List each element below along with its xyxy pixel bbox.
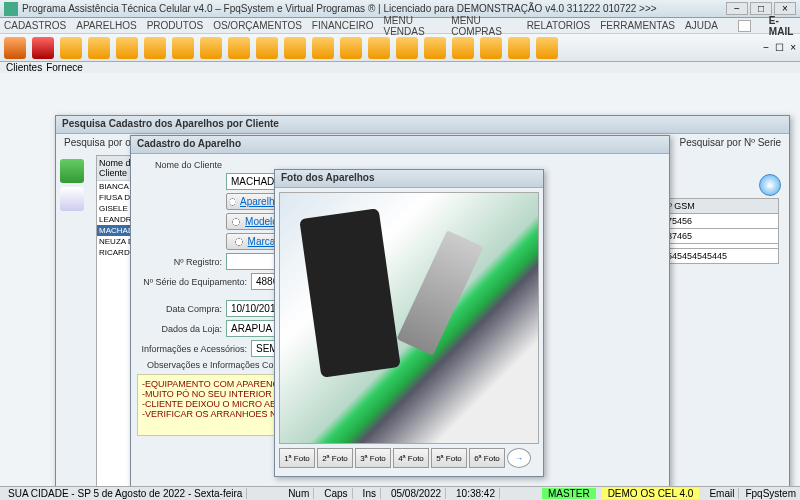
status-caps: Caps — [320, 488, 352, 499]
foto-4-button[interactable]: 4ª Foto — [393, 448, 429, 468]
toolbar-icon-12[interactable] — [312, 37, 334, 59]
status-demo: DEMO OS CEL 4.0 — [602, 488, 700, 499]
toolbar-icon-13[interactable] — [340, 37, 362, 59]
app-icon — [4, 2, 18, 16]
menu-aparelhos[interactable]: APARELHOS — [76, 20, 136, 31]
gsm-column: Nº GSM 875456 687465 4545454545445 — [659, 198, 779, 264]
nome-label: Nome do Cliente — [137, 160, 222, 170]
main-toolbar: − ☐ × — [0, 34, 800, 62]
gsm-row[interactable]: 4545454545445 — [659, 249, 779, 264]
menu-bar: CADASTROS APARELHOS PRODUTOS OS/ORÇAMENT… — [0, 18, 800, 34]
toolbar-icon-8[interactable] — [200, 37, 222, 59]
clientes-icon[interactable] — [4, 37, 26, 59]
toolbar-icon-20[interactable] — [536, 37, 558, 59]
search-icon — [232, 235, 246, 249]
registro-label: Nº Registro: — [137, 257, 222, 267]
menu-financeiro[interactable]: FINANCEIRO — [312, 20, 374, 31]
status-num: Num — [284, 488, 314, 499]
toolbar-icon-19[interactable] — [508, 37, 530, 59]
toolbar-icon-3[interactable] — [60, 37, 82, 59]
fornecedores-icon[interactable] — [32, 37, 54, 59]
marca-button[interactable]: Marca — [226, 233, 281, 250]
status-bar: SUA CIDADE - SP 5 de Agosto de 2022 - Se… — [0, 486, 800, 500]
toolbar-icon-7[interactable] — [172, 37, 194, 59]
foto-modal: Foto dos Aparelhos 1ª Foto 2ª Foto 3ª Fo… — [274, 169, 544, 477]
toolbar-icon-10[interactable] — [256, 37, 278, 59]
toolbar-label-clientes: Clientes — [6, 62, 42, 73]
toolbar-icon-16[interactable] — [424, 37, 446, 59]
status-master: MASTER — [542, 488, 596, 499]
gsm-header: Nº GSM — [659, 198, 779, 214]
toolbar-icon-9[interactable] — [228, 37, 250, 59]
toolbar-min[interactable]: − — [763, 42, 769, 53]
aparelho-button[interactable]: Aparelho — [226, 193, 281, 210]
foto-2-button[interactable]: 2ª Foto — [317, 448, 353, 468]
status-email[interactable]: Email — [705, 488, 739, 499]
toolbar-icon-18[interactable] — [480, 37, 502, 59]
device-photo — [279, 192, 539, 444]
status-brand: FpqSystem — [745, 488, 796, 499]
toolbar-icon-17[interactable] — [452, 37, 474, 59]
data-label: Data Compra: — [137, 304, 222, 314]
toolbar-icon-15[interactable] — [396, 37, 418, 59]
doc-icon[interactable] — [60, 187, 84, 211]
foto-1-button[interactable]: 1ª Foto — [279, 448, 315, 468]
maximize-button[interactable]: □ — [750, 2, 772, 15]
status-time: 10:38:42 — [452, 488, 500, 499]
status-city: SUA CIDADE - SP 5 de Agosto de 2022 - Se… — [4, 488, 247, 499]
menu-produtos[interactable]: PRODUTOS — [147, 20, 204, 31]
toolbar-label-fornece: Fornece — [46, 62, 83, 73]
search-serial-label: Pesquisar por Nº Serie — [680, 137, 781, 148]
cadastro-title: Cadastro do Aparelho — [131, 136, 669, 154]
toolbar-icon-14[interactable] — [368, 37, 390, 59]
content-area: Pesquisa Cadastro dos Aparelhos por Clie… — [0, 73, 800, 493]
info-label: Informações e Acessórios: — [137, 344, 247, 354]
foto-3-button[interactable]: 3ª Foto — [355, 448, 391, 468]
search-icon — [229, 215, 243, 229]
menu-cadastros[interactable]: CADASTROS — [4, 20, 66, 31]
foto-6-button[interactable]: 6ª Foto — [469, 448, 505, 468]
gsm-row[interactable]: 875456 — [659, 214, 779, 229]
foto-title: Foto dos Aparelhos — [275, 170, 543, 188]
toolbar-max[interactable]: ☐ — [775, 42, 784, 53]
menu-vendas[interactable]: MENU VENDAS — [384, 15, 442, 37]
search-modal-title: Pesquisa Cadastro dos Aparelhos por Clie… — [56, 116, 789, 134]
foto-5-button[interactable]: 5ª Foto — [431, 448, 467, 468]
search-icon — [227, 195, 238, 209]
loja-label: Dados da Loja: — [137, 324, 222, 334]
toolbar-icon-4[interactable] — [88, 37, 110, 59]
toolbar-close[interactable]: × — [790, 42, 796, 53]
menu-os[interactable]: OS/ORÇAMENTOS — [213, 20, 302, 31]
minimize-button[interactable]: − — [726, 2, 748, 15]
status-ins: Ins — [359, 488, 381, 499]
modelo-button[interactable]: Modelo — [226, 213, 281, 230]
status-date: 05/08/2022 — [387, 488, 446, 499]
toolbar-icon-11[interactable] — [284, 37, 306, 59]
next-arrow-button[interactable]: → — [759, 174, 781, 196]
add-icon[interactable] — [60, 159, 84, 183]
menu-relatorios[interactable]: RELATORIOS — [527, 20, 591, 31]
gsm-row[interactable]: 687465 — [659, 229, 779, 244]
menu-ferramentas[interactable]: FERRAMENTAS — [600, 20, 675, 31]
menu-ajuda[interactable]: AJUDA — [685, 20, 718, 31]
toolbar-icon-5[interactable] — [116, 37, 138, 59]
menu-email[interactable]: E-MAIL — [769, 15, 796, 37]
envelope-icon — [738, 20, 751, 32]
window-title: Programa Assistência Técnica Celular v4.… — [22, 3, 726, 14]
foto-next-button[interactable]: → — [507, 448, 531, 468]
serie-label: Nº Série do Equipamento: — [137, 277, 247, 287]
toolbar-icon-6[interactable] — [144, 37, 166, 59]
menu-compras[interactable]: MENU COMPRAS — [451, 15, 516, 37]
close-button[interactable]: × — [774, 2, 796, 15]
